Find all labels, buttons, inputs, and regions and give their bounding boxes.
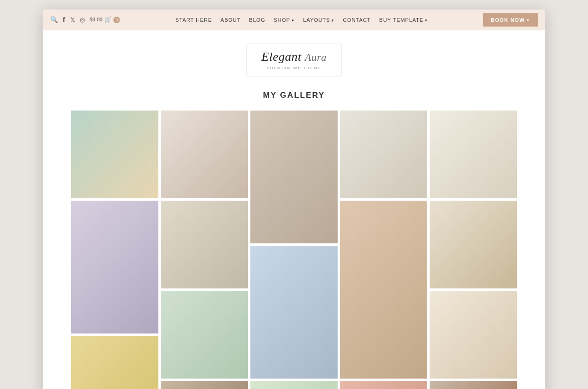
gallery-item[interactable] xyxy=(71,201,158,333)
nav-blog[interactable]: BLOG xyxy=(249,17,265,23)
cart-count: 0 xyxy=(113,17,120,23)
logo-subtitle: PREMIUM WP THEME xyxy=(260,66,328,70)
gallery-item[interactable] xyxy=(340,381,427,389)
nav-about[interactable]: ABOUT xyxy=(220,17,240,23)
cart-price: $0.00 xyxy=(90,16,102,23)
gallery-item[interactable] xyxy=(340,111,427,198)
logo-area: Elegant Aura PREMIUM WP THEME xyxy=(43,30,545,86)
gallery-title: MY GALLERY xyxy=(71,91,517,100)
gallery-section: MY GALLERY xyxy=(43,86,545,389)
gallery-item[interactable] xyxy=(250,381,338,389)
cart-icon: 🛒 xyxy=(104,16,111,23)
nav-buy-template[interactable]: BUY TEMPLATE xyxy=(379,17,428,23)
gallery-item[interactable] xyxy=(161,201,248,288)
instagram-icon[interactable]: ◎ xyxy=(80,16,85,24)
gallery-item[interactable] xyxy=(430,111,517,198)
gallery-item[interactable] xyxy=(430,291,517,379)
logo-script: Aura xyxy=(305,51,327,63)
nav-layouts[interactable]: LAYOUTS xyxy=(303,17,334,23)
logo-box: Elegant Aura PREMIUM WP THEME xyxy=(247,44,341,76)
twitter-icon[interactable]: 𝕏 xyxy=(70,16,75,24)
gallery-item[interactable] xyxy=(71,111,158,198)
cart-widget[interactable]: $0.00 🛒 0 xyxy=(90,16,120,23)
nav-contact[interactable]: CONTACT xyxy=(343,17,371,23)
top-bar-left-icons: 🔍 𝗳 𝕏 ◎ $0.00 🛒 0 xyxy=(50,16,120,24)
gallery-item[interactable] xyxy=(161,381,248,389)
book-now-button[interactable]: BOOK NOW » xyxy=(483,13,538,27)
main-navigation: START HERE ABOUT BLOG SHOP LAYOUTS CONTA… xyxy=(175,17,428,23)
browser-window: 🔍 𝗳 𝕏 ◎ $0.00 🛒 0 START HERE ABOUT BLOG … xyxy=(43,9,545,389)
gallery-item[interactable] xyxy=(250,246,338,379)
gallery-item[interactable] xyxy=(430,381,517,389)
gallery-item[interactable] xyxy=(161,291,248,379)
facebook-icon[interactable]: 𝗳 xyxy=(63,16,65,24)
gallery-item[interactable] xyxy=(71,336,158,389)
gallery-item[interactable] xyxy=(250,111,338,243)
top-navigation-bar: 🔍 𝗳 𝕏 ◎ $0.00 🛒 0 START HERE ABOUT BLOG … xyxy=(43,9,545,30)
gallery-item[interactable] xyxy=(430,201,517,288)
nav-start-here[interactable]: START HERE xyxy=(175,17,212,23)
gallery-item[interactable] xyxy=(161,111,248,198)
nav-shop[interactable]: SHOP xyxy=(274,17,294,23)
logo-text: Elegant Aura xyxy=(260,50,328,64)
search-icon[interactable]: 🔍 xyxy=(50,16,58,24)
gallery-grid xyxy=(71,111,517,389)
gallery-item[interactable] xyxy=(340,201,427,379)
